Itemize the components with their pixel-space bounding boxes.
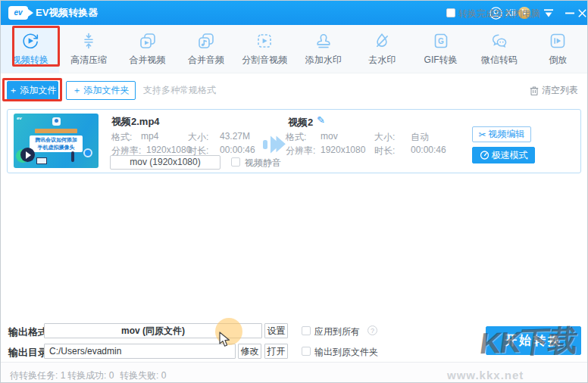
source-format: mp4 xyxy=(141,131,158,142)
output-preset-dropdown[interactable]: mov (1920x1080) xyxy=(110,155,220,170)
tab-wechat-transcode[interactable]: 微信转码 xyxy=(470,25,528,73)
app-title: EV视频转换器 xyxy=(36,1,98,25)
target-duration-label: 时长: xyxy=(374,145,395,157)
tab-merge-video[interactable]: 合并视频 xyxy=(118,25,177,73)
video-edit-button[interactable]: ✂视频编辑 xyxy=(472,126,531,142)
tab-label: GIF转换 xyxy=(424,54,458,67)
output-format-input[interactable] xyxy=(44,323,262,338)
settings-button[interactable]: 设置 xyxy=(264,323,288,338)
tab-label: 添加水印 xyxy=(305,54,342,67)
remove-watermark-icon xyxy=(372,31,392,51)
format-hint: 支持多种常规格式 xyxy=(143,81,216,100)
tab-label: 微信转码 xyxy=(481,54,518,67)
source-filename: 视频2.mp4 xyxy=(111,115,160,129)
mute-checkbox[interactable] xyxy=(231,157,240,167)
tab-label: 视频转换 xyxy=(12,54,48,67)
tab-label: 合并视频 xyxy=(130,54,166,67)
location-icon xyxy=(83,148,92,157)
hd-compress-icon xyxy=(79,31,99,51)
thumb-logo: ev xyxy=(17,116,22,120)
source-resolution: 1920x1080 xyxy=(146,145,191,155)
turbo-mode-button[interactable]: 极速模式 xyxy=(472,147,535,163)
to-source-folder-label: 输出到原文件夹 xyxy=(314,346,378,359)
plus-icon: ＋ xyxy=(9,84,18,97)
tab-video-convert[interactable]: 视频转换 xyxy=(1,25,59,73)
bulb-icon xyxy=(52,117,61,126)
tab-add-watermark[interactable]: 添加水印 xyxy=(294,25,352,73)
svg-text:G: G xyxy=(438,37,444,45)
tab-label: 高清压缩 xyxy=(70,54,107,67)
menu-caret-icon[interactable] xyxy=(540,1,557,25)
plus-icon: ＋ xyxy=(73,84,82,97)
file-list-item: ev 腾讯会议如何添加 手机虚拟摄像头 视频2.mp4 格式: mp4 大小: … xyxy=(7,109,581,173)
source-duration: 00:00:46 xyxy=(220,145,255,155)
start-convert-button[interactable]: 开始转换 xyxy=(486,326,581,355)
close-button[interactable] xyxy=(574,1,588,25)
thumb-banner xyxy=(35,129,77,133)
tab-remove-watermark[interactable]: 去水印 xyxy=(352,25,411,73)
split-av-icon xyxy=(255,31,274,51)
shutdown-label: 转换完成后关闭电脑 xyxy=(458,8,540,20)
tab-gif-convert[interactable]: G GIF转换 xyxy=(411,25,470,73)
merge-audio-icon xyxy=(196,31,216,51)
scissors-icon: ✂ xyxy=(478,129,486,140)
apply-all-label: 应用到所有 xyxy=(314,325,360,338)
target-format-label: 格式: xyxy=(286,131,306,144)
target-resolution-label: 分辨率: xyxy=(286,145,315,157)
tab-label: 去水印 xyxy=(368,54,396,67)
tab-reverse-play[interactable]: 倒放 xyxy=(529,25,587,73)
app-logo-icon: ev xyxy=(8,6,28,20)
trash-icon xyxy=(530,86,539,95)
toolbar: 视频转换 高清压缩 合并视频 合并音频 xyxy=(1,25,587,73)
target-format: mov xyxy=(321,131,338,142)
target-duration: 00:00:46 xyxy=(411,145,446,155)
target-name: 视频2 xyxy=(288,116,313,129)
mute-label: 视频静音 xyxy=(245,157,281,170)
statusbar: 待转换任务: 1 转换成功: 0 转换失败: 0 xyxy=(1,362,587,383)
shutdown-checkbox[interactable] xyxy=(446,8,455,17)
tab-merge-audio[interactable]: 合并音频 xyxy=(177,25,235,73)
open-button[interactable]: 打开 xyxy=(264,344,288,359)
modify-button[interactable]: 修改 xyxy=(238,344,261,359)
output-dir-label: 输出目录 xyxy=(8,346,48,360)
pending-count: 待转换任务: 1 xyxy=(10,369,65,382)
reverse-play-icon xyxy=(548,31,568,51)
rename-pencil-icon[interactable]: ✎ xyxy=(317,114,325,126)
add-file-button[interactable]: ＋添加文件 xyxy=(7,81,58,100)
failed-count: 转换失败: 0 xyxy=(120,369,166,382)
apply-all-checkbox[interactable] xyxy=(302,326,311,335)
source-size: 43.27M xyxy=(220,131,250,142)
output-format-label: 输出格式 xyxy=(8,325,48,339)
add-watermark-icon xyxy=(314,31,333,51)
gif-convert-icon: G xyxy=(431,31,451,51)
output-dir-input[interactable] xyxy=(44,344,236,359)
tab-split-av[interactable]: 分割音视频 xyxy=(236,25,294,73)
merge-video-icon xyxy=(138,31,158,51)
play-icon xyxy=(20,148,35,162)
target-resolution: 1920x1080 xyxy=(321,145,365,155)
add-folder-button[interactable]: ＋添加文件夹 xyxy=(66,81,136,100)
video-convert-icon xyxy=(20,31,40,51)
clear-list-button[interactable]: 清空列表 xyxy=(530,81,578,100)
help-icon[interactable]: ? xyxy=(368,325,377,335)
tab-label: 合并音频 xyxy=(188,54,224,67)
video-thumbnail: ev 腾讯会议如何添加 手机虚拟摄像头 xyxy=(14,114,99,168)
tab-hd-compress[interactable]: 高清压缩 xyxy=(59,25,117,73)
source-format-label: 格式: xyxy=(111,131,132,144)
source-size-label: 大小: xyxy=(188,131,208,144)
thumb-caption: 腾讯会议如何添加 手机虚拟摄像头 xyxy=(30,135,83,152)
speedometer-icon xyxy=(480,151,489,160)
success-count: 转换成功: 0 xyxy=(67,369,114,382)
tab-label: 分割音视频 xyxy=(242,54,287,67)
wechat-transcode-icon xyxy=(489,31,509,51)
to-source-folder-checkbox[interactable] xyxy=(302,347,311,356)
app-window: ev EV视频转换器 Xii V 视频转换 xyxy=(0,0,588,383)
target-size-label: 大小: xyxy=(374,131,395,144)
target-size: 自动 xyxy=(411,131,429,144)
tab-label: 倒放 xyxy=(549,54,567,67)
